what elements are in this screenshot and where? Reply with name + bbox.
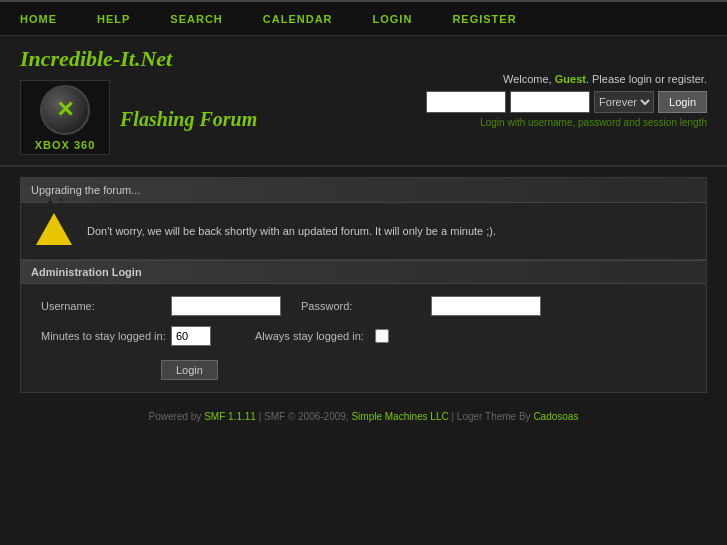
xbox-label: XBOX 360 bbox=[35, 139, 96, 151]
xbox-logo: ✕ XBOX 360 bbox=[20, 80, 110, 155]
nav-register[interactable]: REGISTER bbox=[432, 13, 536, 25]
sml-link[interactable]: Simple Machines LLC bbox=[351, 411, 448, 422]
cadosoas-link[interactable]: Cadosoas bbox=[533, 411, 578, 422]
minutes-input[interactable] bbox=[171, 326, 211, 346]
welcome-text: Welcome, Guest. Please login or register… bbox=[503, 73, 707, 85]
admin-login-section: Administration Login Username: Password:… bbox=[21, 260, 706, 392]
header-login-form: Forever 1 hour 1 day 1 week Login bbox=[426, 91, 707, 113]
forum-subtitle: Flashing Forum bbox=[120, 108, 257, 131]
admin-username-input[interactable] bbox=[171, 296, 281, 316]
minutes-label: Minutes to stay logged in: bbox=[41, 330, 171, 342]
warning-message: Don't worry, we will be back shortly wit… bbox=[87, 225, 496, 237]
always-logged-section: Always stay logged in: bbox=[255, 329, 389, 343]
session-select[interactable]: Forever 1 hour 1 day 1 week bbox=[594, 91, 654, 113]
footer: Powered by SMF 1.1.11 | SMF © 2006-2009,… bbox=[0, 403, 727, 430]
nav-help[interactable]: HELP bbox=[77, 13, 150, 25]
xbox-circle-icon: ✕ bbox=[40, 85, 90, 135]
warning-row: ♟⤴ Don't worry, we will be back shortly … bbox=[21, 203, 706, 260]
username-label: Username: bbox=[41, 300, 171, 312]
login-hint: Login with username, password and sessio… bbox=[480, 117, 707, 128]
nav-search[interactable]: SEARCH bbox=[150, 13, 242, 25]
header-login-button[interactable]: Login bbox=[658, 91, 707, 113]
admin-password-input[interactable] bbox=[431, 296, 541, 316]
header: Incredible-It.Net ✕ XBOX 360 Flashing Fo… bbox=[0, 36, 727, 167]
always-logged-label: Always stay logged in: bbox=[255, 330, 375, 342]
password-label: Password: bbox=[301, 300, 431, 312]
guest-name: Guest bbox=[555, 73, 586, 85]
nav-login[interactable]: LOGIN bbox=[353, 13, 433, 25]
warning-inner: ♟⤴ bbox=[44, 197, 64, 211]
warning-person-icon: ♟⤴ bbox=[44, 197, 64, 211]
site-title: Incredible-It.Net bbox=[20, 46, 257, 72]
welcome-prefix: Welcome, bbox=[503, 73, 555, 85]
submit-row: Login bbox=[41, 356, 686, 380]
welcome-suffix: . Please login or register. bbox=[586, 73, 707, 85]
smf-link[interactable]: SMF 1.1.11 bbox=[204, 411, 256, 422]
main-content: Upgrading the forum... ♟⤴ Don't worry, w… bbox=[20, 177, 707, 393]
warning-triangle: ♟⤴ bbox=[36, 213, 72, 245]
upgrading-banner: Upgrading the forum... bbox=[21, 178, 706, 203]
header-password-input[interactable] bbox=[510, 91, 590, 113]
header-left: Incredible-It.Net ✕ XBOX 360 Flashing Fo… bbox=[20, 46, 257, 155]
header-right: Welcome, Guest. Please login or register… bbox=[426, 73, 707, 128]
username-row: Username: Password: bbox=[41, 296, 686, 316]
nav-bar: HOME HELP SEARCH CALENDAR LOGIN REGISTER bbox=[0, 0, 727, 36]
nav-calendar[interactable]: CALENDAR bbox=[243, 13, 353, 25]
xbox-x-icon: ✕ bbox=[56, 97, 74, 123]
warning-icon: ♟⤴ bbox=[36, 213, 72, 249]
admin-login-button[interactable]: Login bbox=[161, 360, 218, 380]
nav-home[interactable]: HOME bbox=[0, 13, 77, 25]
logo-area: ✕ XBOX 360 Flashing Forum bbox=[20, 80, 257, 155]
always-logged-checkbox[interactable] bbox=[375, 329, 389, 343]
minutes-row: Minutes to stay logged in: Always stay l… bbox=[41, 326, 686, 346]
admin-login-form: Username: Password: Minutes to stay logg… bbox=[21, 284, 706, 392]
header-username-input[interactable] bbox=[426, 91, 506, 113]
admin-login-header: Administration Login bbox=[21, 260, 706, 284]
